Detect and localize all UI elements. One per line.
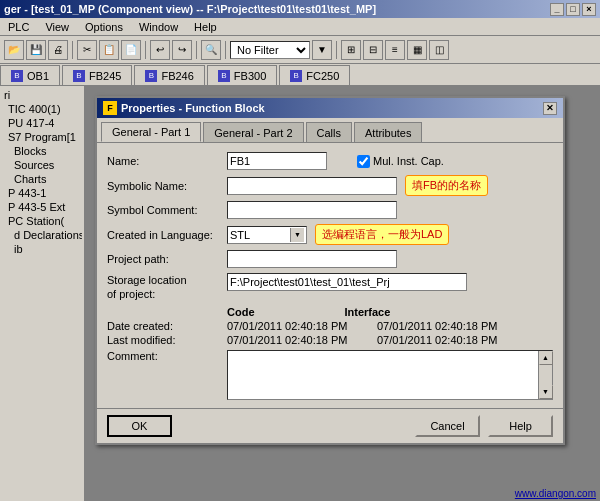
toolbar-btn-15[interactable]: ◫: [429, 40, 449, 60]
storage-path-display: F:\Project\test01\test_01\test_Prj: [227, 273, 467, 291]
scrollbar-up[interactable]: ▲: [539, 351, 553, 365]
language-select[interactable]: STL ▼ STL LAD FBD: [227, 226, 307, 244]
symbolic-name-input[interactable]: [227, 177, 397, 195]
sidebar-item-blocks[interactable]: Blocks: [2, 144, 82, 158]
properties-dialog: F Properties - Function Block ✕ General …: [95, 96, 565, 445]
menu-view[interactable]: View: [41, 20, 73, 34]
tab-fb245[interactable]: B FB245: [62, 65, 132, 85]
project-path-input[interactable]: [227, 250, 397, 268]
toolbar-sep-4: [225, 41, 226, 59]
storage-location-label: Storage locationof project:: [107, 273, 227, 302]
maximize-button[interactable]: □: [566, 3, 580, 16]
toolbar-btn-5[interactable]: 📋: [99, 40, 119, 60]
toolbar-btn-8[interactable]: ↪: [172, 40, 192, 60]
tab-bar: B OB1 B FB245 B FB246 B FB300 B FC250: [0, 64, 600, 86]
toolbar-btn-11[interactable]: ⊞: [341, 40, 361, 60]
mul-inst-cap-checkbox[interactable]: [357, 155, 370, 168]
sidebar-item-ri[interactable]: ri: [2, 88, 82, 102]
tab-calls[interactable]: Calls: [306, 122, 352, 142]
help-button[interactable]: Help: [488, 415, 553, 437]
symbol-comment-row: Symbol Comment:: [107, 200, 553, 220]
sidebar-item-p443-5[interactable]: P 443-5 Ext: [2, 200, 82, 214]
name-input[interactable]: [227, 152, 327, 170]
title-bar: ger - [test_01_MP (Component view) -- F:…: [0, 0, 600, 18]
right-buttons: Cancel Help: [415, 415, 553, 437]
dialog-title-bar: F Properties - Function Block ✕: [97, 98, 563, 118]
toolbar-sep-1: [72, 41, 73, 59]
sidebar-item-s7program[interactable]: S7 Program[1: [2, 130, 82, 144]
toolbar-btn-12[interactable]: ⊟: [363, 40, 383, 60]
toolbar-btn-1[interactable]: 📂: [4, 40, 24, 60]
toolbar-btn-7[interactable]: ↩: [150, 40, 170, 60]
symbol-comment-input[interactable]: [227, 201, 397, 219]
comment-scrollbar: ▲ ▼: [538, 351, 552, 399]
toolbar-btn-10[interactable]: ▼: [312, 40, 332, 60]
toolbar-btn-2[interactable]: 💾: [26, 40, 46, 60]
toolbar-sep-2: [145, 41, 146, 59]
comment-input[interactable]: ▲ ▼: [227, 350, 553, 400]
last-modified-code: 07/01/2011 02:40:18 PM: [227, 334, 377, 346]
symbolic-name-row: Symbolic Name: 填FB的的名称: [107, 175, 553, 196]
minimize-button[interactable]: _: [550, 3, 564, 16]
toolbar-btn-6[interactable]: 📄: [121, 40, 141, 60]
tab-general-part2[interactable]: General - Part 2: [203, 122, 303, 142]
menu-window[interactable]: Window: [135, 20, 182, 34]
last-modified-label: Last modified:: [107, 334, 227, 346]
tab-ob1[interactable]: B OB1: [0, 65, 60, 85]
last-modified-row: Last modified: 07/01/2011 02:40:18 PM 07…: [107, 334, 553, 346]
language-label: Created in Language:: [107, 229, 227, 241]
toolbar-btn-14[interactable]: ▦: [407, 40, 427, 60]
symbolic-name-label: Symbolic Name:: [107, 180, 227, 192]
sidebar: ri TIC 400(1) PU 417-4 S7 Program[1 Bloc…: [0, 86, 85, 501]
title-text: ger - [test_01_MP (Component view) -- F:…: [4, 3, 376, 15]
comment-label: Comment:: [107, 350, 227, 362]
sidebar-item-charts[interactable]: Charts: [2, 172, 82, 186]
tab-fb246[interactable]: B FB246: [134, 65, 204, 85]
name-label: Name:: [107, 155, 227, 167]
menu-options[interactable]: Options: [81, 20, 127, 34]
menu-help[interactable]: Help: [190, 20, 221, 34]
toolbar-btn-3[interactable]: 🖨: [48, 40, 68, 60]
project-path-label: Project path:: [107, 253, 227, 265]
sidebar-item-tic400[interactable]: TIC 400(1): [2, 102, 82, 116]
ok-button[interactable]: OK: [107, 415, 172, 437]
menu-plc[interactable]: PLC: [4, 20, 33, 34]
scrollbar-down[interactable]: ▼: [539, 385, 553, 399]
tab-fc250-icon: B: [290, 70, 302, 82]
main-area: ri TIC 400(1) PU 417-4 S7 Program[1 Bloc…: [0, 86, 600, 501]
tab-general-part1[interactable]: General - Part 1: [101, 122, 201, 142]
mul-inst-cap-label: Mul. Inst. Cap.: [357, 155, 444, 168]
tab-ob1-label: OB1: [27, 70, 49, 82]
sidebar-item-pu417[interactable]: PU 417-4: [2, 116, 82, 130]
symbol-comment-label: Symbol Comment:: [107, 204, 227, 216]
tab-fb245-icon: B: [73, 70, 85, 82]
sidebar-item-sources[interactable]: Sources: [2, 158, 82, 172]
cancel-button[interactable]: Cancel: [415, 415, 480, 437]
filter-combo[interactable]: No Filter: [230, 41, 310, 59]
dialog-close-button[interactable]: ✕: [543, 102, 557, 115]
dates-header: Code Interface: [227, 306, 553, 318]
toolbar-btn-4[interactable]: ✂: [77, 40, 97, 60]
sidebar-item-p443-1[interactable]: P 443-1: [2, 186, 82, 200]
dialog-tabs: General - Part 1 General - Part 2 Calls …: [97, 118, 563, 143]
tab-fb300[interactable]: B FB300: [207, 65, 277, 85]
project-path-row: Project path:: [107, 249, 553, 269]
tab-fb246-icon: B: [145, 70, 157, 82]
close-button[interactable]: ×: [582, 3, 596, 16]
dialog-buttons: OK Cancel Help: [97, 408, 563, 443]
tab-fc250-label: FC250: [306, 70, 339, 82]
dialog-title-label: Properties - Function Block: [121, 102, 265, 114]
name-row: Name: Mul. Inst. Cap.: [107, 151, 553, 171]
tab-attributes[interactable]: Attributes: [354, 122, 422, 142]
toolbar-btn-13[interactable]: ≡: [385, 40, 405, 60]
toolbar-sep-5: [336, 41, 337, 59]
sidebar-item-pcstation[interactable]: PC Station(: [2, 214, 82, 228]
tab-fc250[interactable]: B FC250: [279, 65, 350, 85]
toolbar-btn-9[interactable]: 🔍: [201, 40, 221, 60]
toolbar-sep-3: [196, 41, 197, 59]
date-created-code: 07/01/2011 02:40:18 PM: [227, 320, 377, 332]
sidebar-item-ib[interactable]: ib: [2, 242, 82, 256]
comment-section: Comment: ▲ ▼: [107, 350, 553, 400]
sidebar-item-declarations[interactable]: d Declarations: [2, 228, 82, 242]
tab-fb300-label: FB300: [234, 70, 266, 82]
